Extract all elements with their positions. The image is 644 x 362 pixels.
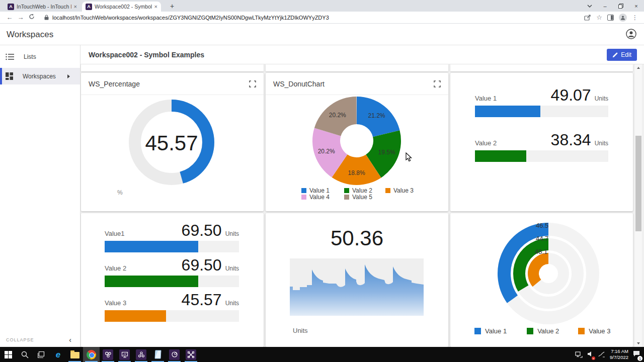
app-icon-license-manager[interactable] [183, 347, 199, 362]
pencil-icon [612, 52, 618, 58]
start-button[interactable] [0, 347, 17, 362]
network-icon[interactable] [575, 351, 583, 358]
partial-card [81, 64, 264, 71]
page-title-bar: Workspace002 - Symbol Examples Edit [80, 45, 644, 64]
gauge-row: Value1 69.50 Units [105, 221, 239, 252]
chrome-icon[interactable] [83, 347, 100, 362]
bookmark-star-icon[interactable]: ☆ [596, 14, 602, 21]
gauge-value: 45.57 [182, 291, 222, 309]
gauge-label: Value 3 [105, 299, 182, 307]
scrollbar-thumb[interactable] [635, 136, 641, 231]
main-area: Workspace002 - Symbol Examples Edit WS_P… [80, 45, 644, 347]
fullscreen-icon[interactable] [249, 80, 256, 87]
app-icon-system-platform[interactable] [100, 347, 116, 362]
clock-date: 9/7/2022 [610, 354, 628, 360]
reload-icon[interactable] [26, 14, 37, 21]
browser-tab-workspace002[interactable]: A Workspace002 - Symbol Example × [82, 2, 161, 12]
list-icon [6, 53, 14, 60]
card-header: WS_Percentage [81, 73, 264, 95]
gauge-value: 69.50 [182, 221, 222, 240]
workspace-content: WS_Percentage 45.57 % WS_DonutChart [80, 64, 644, 347]
tab-close-icon[interactable]: × [74, 4, 77, 10]
card-header: WS_DonutChart [266, 73, 448, 95]
legend-swatch [474, 328, 481, 334]
sidebar-item-workspaces[interactable]: Workspaces [0, 68, 80, 84]
restore-button[interactable] [613, 0, 628, 12]
clock-time: 7:16 AM [610, 348, 628, 354]
app-icon-notepad[interactable] [149, 347, 166, 362]
gauge-unit: Units [595, 95, 608, 102]
gauge-value: 49.07 [551, 86, 591, 105]
browser-tab-intouchweb[interactable]: A InTouchWeb - InTouch Introducti × [4, 2, 80, 12]
card-ws-percentage: WS_Percentage 45.57 % [81, 73, 264, 211]
account-icon[interactable] [626, 29, 636, 41]
legend-item: Value 3 [385, 187, 414, 194]
sidebar-item-lists[interactable]: Lists [0, 48, 80, 65]
volume-muted-icon[interactable]: × [587, 350, 594, 359]
browser-tab-strip: A InTouchWeb - InTouch Introducti × A Wo… [0, 0, 644, 12]
share-icon[interactable] [584, 14, 591, 21]
donut-slice-label: 18.8% [348, 169, 365, 176]
toolbar-right-icons: ☆ ⋮ [584, 14, 638, 22]
kebab-menu-icon[interactable]: ⋮ [632, 14, 638, 21]
side-panel-icon[interactable] [607, 15, 614, 21]
taskbar-clock[interactable]: 7:16 AM 9/7/2022 [610, 348, 628, 360]
gauge-unit: Units [225, 265, 239, 272]
taskbar-search-icon[interactable] [17, 347, 33, 362]
scroll-down-arrow[interactable] [637, 342, 640, 344]
bar-fill [105, 241, 198, 252]
donut-slice-label: 20.2% [318, 148, 335, 155]
radial-value-2: 44.7 [536, 235, 548, 242]
tab-search-icon[interactable] [582, 0, 597, 12]
back-icon[interactable]: ← [4, 14, 15, 21]
app-icon-operations-control[interactable] [116, 347, 133, 362]
gauge-label: Value 2 [105, 264, 182, 272]
tab-close-icon[interactable]: × [154, 4, 157, 10]
donut-slice-label: 19.5% [378, 149, 395, 156]
task-view-icon[interactable] [33, 347, 50, 362]
pen-input-icon[interactable] [598, 351, 605, 357]
fullscreen-icon[interactable] [434, 80, 441, 87]
donut-slice-label: 20.2% [329, 112, 346, 119]
bar-track [105, 276, 239, 287]
address-bar[interactable]: localhost/InTouchWeb/workspaces/workspac… [40, 13, 579, 22]
minimize-button[interactable]: – [597, 0, 613, 12]
edit-button[interactable]: Edit [607, 49, 637, 61]
sidebar: Lists Workspaces COLLAPSE ‹ [0, 45, 80, 347]
card-radial-gauge: 46.5 44.7 48.1 Value 1 Value 2 Value 3 [450, 213, 633, 347]
donut-chart: 21.2%19.5%18.8%20.2%20.2% [310, 95, 403, 187]
system-tray: × 7:16 AM 9/7/2022 1 [575, 348, 644, 360]
selected-indicator [0, 68, 2, 84]
gauge-row: Value 1 49.07 Units [475, 86, 608, 117]
card-bar-gauges-bottom: Value1 69.50 Units Value 2 69.50 Units [81, 213, 264, 347]
app-icon-network[interactable] [133, 347, 149, 362]
percentage-unit: % [117, 189, 123, 196]
close-button[interactable]: × [628, 0, 644, 12]
vertical-scrollbar[interactable] [635, 64, 642, 347]
scroll-up-arrow[interactable] [637, 67, 640, 69]
mouse-cursor [406, 152, 412, 162]
action-center-icon[interactable]: 1 [633, 350, 640, 359]
bar-fill [475, 106, 540, 117]
profile-avatar[interactable] [619, 14, 627, 22]
workspaces-grid-icon [6, 72, 13, 80]
gauge-unit: Units [225, 230, 239, 237]
legend-swatch [527, 328, 533, 334]
forward-icon[interactable]: → [15, 14, 26, 21]
radial-arc-3 [533, 258, 548, 283]
app-icon-intouch[interactable] [166, 347, 183, 362]
gauge-value: 38.34 [551, 131, 591, 149]
sidebar-item-label: Workspaces [23, 73, 56, 80]
new-tab-button[interactable]: + [167, 2, 177, 12]
radial-value-1: 46.5 [536, 222, 548, 229]
internet-explorer-icon[interactable]: e [50, 347, 66, 362]
legend-item: Value 5 [344, 194, 372, 201]
gauge-label: Value 1 [475, 95, 551, 102]
file-explorer-icon[interactable] [66, 347, 83, 362]
donut-slice-label: 21.2% [368, 112, 385, 119]
card-trend: 50.36 Units [266, 213, 448, 347]
sidebar-item-label: Lists [24, 53, 36, 60]
bar-track [475, 150, 608, 162]
sidebar-collapse[interactable]: COLLAPSE ‹ [6, 336, 72, 344]
legend-swatch [344, 195, 349, 200]
